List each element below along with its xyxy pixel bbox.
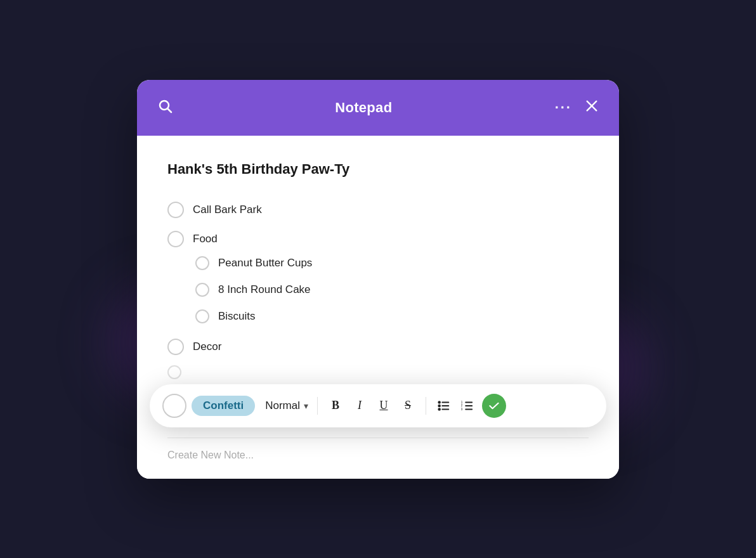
more-options-button[interactable]: ··· (555, 100, 572, 116)
list-item: Biscuits (167, 303, 589, 330)
checkbox-item1[interactable] (167, 202, 184, 218)
window-header: Notepad ··· (137, 80, 619, 136)
checkbox-item5[interactable] (195, 309, 209, 323)
toolbar-checkbox[interactable] (162, 394, 186, 418)
item-text: Food (193, 233, 218, 245)
bold-button[interactable]: B (324, 394, 347, 417)
create-note-field[interactable]: Create New Note... (167, 450, 589, 461)
note-content: Hank's 5th Birthday Paw-Ty Call Bark Par… (137, 136, 619, 403)
list-item: Call Bark Park (167, 195, 589, 224)
formatting-toolbar: Confetti Normal ▾ B I U S (150, 384, 606, 427)
svg-line-1 (168, 108, 172, 112)
checkbox-item2[interactable] (167, 231, 184, 247)
search-icon[interactable] (157, 98, 173, 117)
svg-point-9 (438, 408, 440, 410)
list-item: Peanut Butter Cups (167, 250, 589, 276)
checkbox-item6[interactable] (167, 339, 184, 355)
close-button[interactable] (585, 99, 599, 117)
svg-text:3: 3 (461, 407, 463, 410)
style-dropdown-value: Normal (265, 399, 300, 412)
window-bottom: Create New Note... (137, 427, 619, 479)
checklist: Call Bark Park Food Peanut Butter Cups 8… (167, 195, 589, 383)
checkbox-item4[interactable] (195, 283, 209, 297)
svg-text:2: 2 (461, 404, 463, 407)
note-title[interactable]: Hank's 5th Birthday Paw-Ty (167, 161, 589, 178)
svg-text:1: 1 (461, 400, 463, 403)
app-title: Notepad (335, 100, 392, 116)
app-container: Notepad ··· Hank's 5th Birthday Paw-Ty C… (131, 57, 625, 501)
list-item-partial (167, 361, 589, 383)
format-buttons: B I U S (324, 394, 419, 417)
toolbar-wrapper: Confetti Normal ▾ B I U S (137, 384, 619, 427)
toolbar-item-label[interactable]: Confetti (192, 396, 255, 416)
header-actions: ··· (555, 99, 599, 117)
item-text: 8 Inch Round Cake (218, 283, 311, 296)
item-text: Peanut Butter Cups (218, 257, 312, 269)
ordered-list-button[interactable]: 1 2 3 (455, 394, 478, 417)
checkbox-partial (167, 365, 181, 379)
bottom-divider (167, 438, 589, 438)
toolbar-divider-2 (426, 397, 426, 415)
strikethrough-button[interactable]: S (396, 394, 419, 417)
notepad-window: Notepad ··· Hank's 5th Birthday Paw-Ty C… (137, 80, 619, 479)
style-dropdown[interactable]: Normal ▾ (265, 399, 308, 412)
svg-point-8 (438, 405, 440, 406)
item-text: Decor (193, 341, 221, 353)
item-text: Call Bark Park (193, 204, 262, 216)
confirm-button[interactable] (482, 394, 506, 418)
item-text: Biscuits (218, 310, 256, 323)
toolbar-divider-1 (317, 397, 318, 415)
italic-button[interactable]: I (348, 394, 371, 417)
underline-button[interactable]: U (372, 394, 395, 417)
list-item: Decor (167, 330, 589, 361)
svg-point-7 (438, 401, 440, 403)
checkbox-item3[interactable] (195, 256, 209, 270)
list-item: 8 Inch Round Cake (167, 276, 589, 303)
unordered-list-button[interactable] (433, 394, 455, 417)
list-item: Food (167, 224, 589, 250)
dropdown-arrow-icon: ▾ (304, 401, 308, 411)
